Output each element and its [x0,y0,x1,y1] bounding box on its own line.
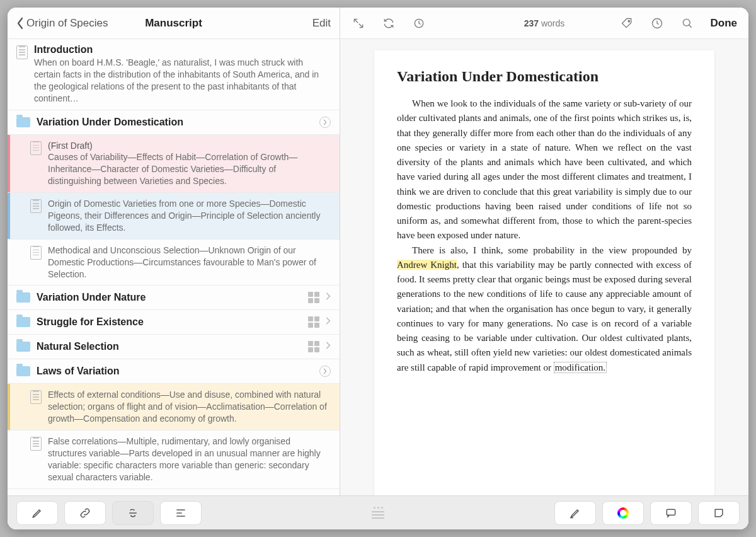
item-synopsis: When on board H.M.S. 'Beagle,' as natura… [34,57,331,105]
binder-folder-variation-nature[interactable]: Variation Under Nature [8,286,340,310]
folder-icon [16,292,30,303]
document-icon [16,45,28,59]
color-wheel-icon [617,507,629,519]
document-icon [30,246,42,260]
item-synopsis: False correlations—Multiple, rudimentary… [48,436,331,483]
folder-title: Struggle for Existence [37,316,302,328]
disclosure-button[interactable] [319,366,331,377]
folder-icon [16,117,30,127]
chevron-left-icon [16,17,24,30]
manuscript-page[interactable]: Variation Under Domestication When we lo… [374,50,714,518]
edit-button[interactable]: Edit [312,17,331,30]
search-icon[interactable] [680,16,694,30]
folder-icon [16,342,30,352]
binder-folder-natural-selection[interactable]: Natural Selection [8,335,340,359]
chevron-right-icon[interactable] [326,316,331,328]
binder-item-external-conditions[interactable]: Effects of external conditions—Use and d… [8,384,340,430]
highlighter-button[interactable] [554,501,596,525]
binder-item-first-draft[interactable]: (First Draft) Causes of Variability—Effe… [8,135,340,193]
compose-button[interactable] [16,501,58,525]
label-marker [8,135,10,193]
comment-button[interactable] [650,501,692,525]
editor-area[interactable]: Variation Under Domestication When we lo… [340,39,748,529]
paragraph-1: When we look to the individuals of the s… [397,96,692,243]
bottom-toolbar [8,495,748,529]
binder-item-introduction[interactable]: Introduction When on board H.M.S. 'Beagl… [8,39,340,110]
folder-title: Variation Under Domestication [37,117,313,128]
grid-view-icon[interactable] [308,292,319,303]
sync-icon[interactable] [382,16,396,30]
item-synopsis: Origin of Domestic Varieties from one or… [48,198,331,234]
document-icon [30,141,42,155]
history-icon[interactable] [650,16,664,30]
binder-item-false-correlations[interactable]: False correlations—Multiple, rudimentary… [8,430,340,489]
folder-title: Laws of Variation [37,366,313,377]
binder-list[interactable]: Introduction When on board H.M.S. 'Beagl… [8,39,340,529]
document-icon [30,437,42,451]
item-synopsis: Methodical and Unconscious Selection—Unk… [48,245,331,280]
grid-view-icon[interactable] [308,341,319,352]
binder-folder-variation-domestication[interactable]: Variation Under Domestication [8,110,340,135]
paragraph-2: There is also, I think, some probability… [397,243,692,375]
link-button[interactable] [64,501,106,525]
svg-point-1 [628,20,630,22]
binder-folder-struggle[interactable]: Struggle for Existence [8,310,340,335]
binder-folder-laws-variation[interactable]: Laws of Variation [8,359,340,384]
page-heading: Variation Under Domestication [397,68,692,85]
align-button[interactable] [160,501,202,525]
item-synopsis: Effects of external conditions—Use and d… [48,389,331,425]
folder-title: Natural Selection [37,341,302,352]
chevron-right-icon[interactable] [326,292,331,303]
highlighted-text: Andrew Knight [397,260,457,270]
folder-icon [16,366,30,376]
item-synopsis: Causes of Variability—Effects of Habit—C… [48,151,331,187]
drag-handle[interactable] [208,507,548,519]
item-title: (First Draft) [48,140,331,152]
grid-view-icon[interactable] [308,316,319,328]
binder-item-methodical-selection[interactable]: Methodical and Unconscious Selection—Unk… [8,240,340,286]
binder-header: Origin of Species Manuscript Edit [8,8,340,39]
document-icon [30,390,42,404]
svg-rect-4 [667,509,675,515]
chevron-right-icon[interactable] [326,341,331,352]
disclosure-button[interactable] [319,117,331,128]
tag-icon[interactable] [620,16,634,30]
folder-icon [16,317,30,327]
back-label: Origin of Species [26,17,108,30]
label-marker [8,384,10,430]
strikethrough-button[interactable] [112,501,154,525]
binder-item-domestic-varieties[interactable]: Origin of Domestic Varieties from one or… [8,193,340,240]
done-button[interactable]: Done [711,17,738,30]
back-button[interactable]: Origin of Species [16,17,108,30]
label-marker [8,193,10,239]
text-cursor: modification. [554,362,607,373]
note-button[interactable] [698,501,740,525]
item-title: Introduction [34,44,331,55]
expand-icon[interactable] [352,16,365,30]
target-icon[interactable] [412,16,426,30]
editor-toolbar: 237 words Done [340,8,748,39]
document-icon [30,199,42,213]
color-button[interactable] [602,501,644,525]
folder-title: Variation Under Nature [37,292,302,303]
